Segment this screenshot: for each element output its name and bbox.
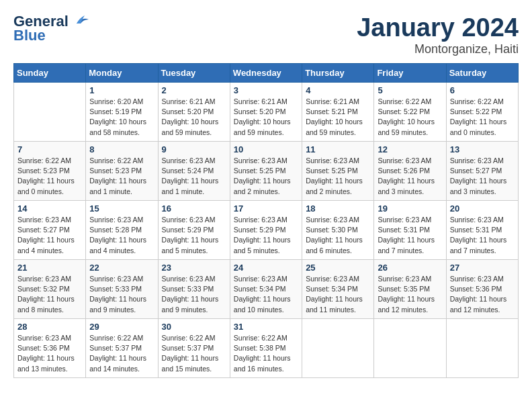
day-cell: 22Sunrise: 6:23 AM Sunset: 5:33 PM Dayli…	[86, 260, 158, 319]
day-number: 28	[17, 322, 82, 332]
logo: General Blue	[13, 13, 89, 44]
day-info: Sunrise: 6:23 AM Sunset: 5:24 PM Dayligh…	[162, 156, 226, 197]
day-cell: 30Sunrise: 6:22 AM Sunset: 5:37 PM Dayli…	[158, 319, 230, 378]
day-cell: 2Sunrise: 6:21 AM Sunset: 5:20 PM Daylig…	[158, 83, 230, 142]
day-info: Sunrise: 6:23 AM Sunset: 5:33 PM Dayligh…	[89, 274, 154, 315]
day-number: 7	[17, 144, 82, 154]
day-cell: 28Sunrise: 6:23 AM Sunset: 5:36 PM Dayli…	[14, 319, 86, 378]
day-info: Sunrise: 6:23 AM Sunset: 5:34 PM Dayligh…	[306, 274, 370, 315]
day-number: 26	[378, 263, 442, 273]
day-info: Sunrise: 6:23 AM Sunset: 5:28 PM Dayligh…	[89, 215, 154, 256]
week-row-4: 21Sunrise: 6:23 AM Sunset: 5:32 PM Dayli…	[14, 260, 519, 319]
day-cell: 7Sunrise: 6:22 AM Sunset: 5:23 PM Daylig…	[14, 142, 86, 201]
week-row-1: 1Sunrise: 6:20 AM Sunset: 5:19 PM Daylig…	[14, 83, 519, 142]
day-info: Sunrise: 6:22 AM Sunset: 5:23 PM Dayligh…	[89, 156, 154, 197]
day-info: Sunrise: 6:23 AM Sunset: 5:30 PM Dayligh…	[306, 215, 370, 256]
day-info: Sunrise: 6:23 AM Sunset: 5:36 PM Dayligh…	[450, 274, 515, 315]
location-title: Montorganize, Haiti	[357, 42, 519, 56]
day-info: Sunrise: 6:21 AM Sunset: 5:20 PM Dayligh…	[162, 97, 226, 138]
day-info: Sunrise: 6:23 AM Sunset: 5:29 PM Dayligh…	[162, 215, 226, 256]
day-info: Sunrise: 6:23 AM Sunset: 5:27 PM Dayligh…	[450, 156, 515, 197]
day-number: 23	[162, 263, 226, 273]
day-cell: 3Sunrise: 6:21 AM Sunset: 5:20 PM Daylig…	[230, 83, 302, 142]
day-info: Sunrise: 6:20 AM Sunset: 5:19 PM Dayligh…	[89, 97, 154, 138]
day-number: 15	[89, 203, 154, 214]
week-row-5: 28Sunrise: 6:23 AM Sunset: 5:36 PM Dayli…	[14, 319, 519, 378]
day-cell: 4Sunrise: 6:21 AM Sunset: 5:21 PM Daylig…	[302, 83, 374, 142]
day-cell: 20Sunrise: 6:23 AM Sunset: 5:31 PM Dayli…	[446, 201, 518, 260]
day-info: Sunrise: 6:23 AM Sunset: 5:26 PM Dayligh…	[378, 156, 442, 197]
month-title: January 2024	[357, 13, 519, 42]
day-number: 5	[378, 85, 442, 95]
day-cell: 8Sunrise: 6:22 AM Sunset: 5:23 PM Daylig…	[86, 142, 158, 201]
day-info: Sunrise: 6:22 AM Sunset: 5:22 PM Dayligh…	[450, 97, 515, 138]
day-number: 12	[378, 144, 442, 154]
day-info: Sunrise: 6:23 AM Sunset: 5:31 PM Dayligh…	[378, 215, 442, 256]
day-number: 11	[306, 144, 370, 154]
calendar-header-row: SundayMondayTuesdayWednesdayThursdayFrid…	[14, 64, 519, 83]
day-cell: 9Sunrise: 6:23 AM Sunset: 5:24 PM Daylig…	[158, 142, 230, 201]
day-info: Sunrise: 6:23 AM Sunset: 5:36 PM Dayligh…	[17, 333, 82, 374]
day-info: Sunrise: 6:23 AM Sunset: 5:32 PM Dayligh…	[17, 274, 82, 315]
day-number: 2	[162, 85, 226, 95]
day-number: 9	[162, 144, 226, 154]
day-cell: 16Sunrise: 6:23 AM Sunset: 5:29 PM Dayli…	[158, 201, 230, 260]
day-info: Sunrise: 6:22 AM Sunset: 5:38 PM Dayligh…	[234, 333, 298, 374]
day-number: 29	[89, 322, 154, 332]
day-cell: 31Sunrise: 6:22 AM Sunset: 5:38 PM Dayli…	[230, 319, 302, 378]
day-number: 25	[306, 263, 370, 273]
day-info: Sunrise: 6:23 AM Sunset: 5:27 PM Dayligh…	[17, 215, 82, 256]
col-header-monday: Monday	[86, 64, 158, 83]
day-cell: 15Sunrise: 6:23 AM Sunset: 5:28 PM Dayli…	[86, 201, 158, 260]
day-cell	[14, 83, 86, 142]
day-info: Sunrise: 6:22 AM Sunset: 5:22 PM Dayligh…	[378, 97, 442, 138]
day-cell: 19Sunrise: 6:23 AM Sunset: 5:31 PM Dayli…	[374, 201, 446, 260]
day-number: 20	[450, 203, 515, 214]
day-number: 14	[17, 203, 82, 214]
day-number: 10	[234, 144, 298, 154]
day-info: Sunrise: 6:22 AM Sunset: 5:23 PM Dayligh…	[17, 156, 82, 197]
calendar-table: SundayMondayTuesdayWednesdayThursdayFrid…	[13, 63, 519, 378]
day-cell: 18Sunrise: 6:23 AM Sunset: 5:30 PM Dayli…	[302, 201, 374, 260]
day-number: 4	[306, 85, 370, 95]
page-header: General Blue January 2024 Montorganize, …	[13, 13, 519, 56]
day-info: Sunrise: 6:21 AM Sunset: 5:21 PM Dayligh…	[306, 97, 370, 138]
day-number: 8	[89, 144, 154, 154]
day-info: Sunrise: 6:23 AM Sunset: 5:29 PM Dayligh…	[234, 215, 298, 256]
day-cell: 26Sunrise: 6:23 AM Sunset: 5:35 PM Dayli…	[374, 260, 446, 319]
day-info: Sunrise: 6:21 AM Sunset: 5:20 PM Dayligh…	[234, 97, 298, 138]
day-number: 30	[162, 322, 226, 332]
day-cell	[374, 319, 446, 378]
day-cell: 24Sunrise: 6:23 AM Sunset: 5:34 PM Dayli…	[230, 260, 302, 319]
day-cell: 6Sunrise: 6:22 AM Sunset: 5:22 PM Daylig…	[446, 83, 518, 142]
col-header-tuesday: Tuesday	[158, 64, 230, 83]
day-info: Sunrise: 6:23 AM Sunset: 5:31 PM Dayligh…	[450, 215, 515, 256]
logo-blue-text: Blue	[13, 27, 46, 44]
day-cell: 27Sunrise: 6:23 AM Sunset: 5:36 PM Dayli…	[446, 260, 518, 319]
day-cell: 5Sunrise: 6:22 AM Sunset: 5:22 PM Daylig…	[374, 83, 446, 142]
day-number: 18	[306, 203, 370, 214]
day-info: Sunrise: 6:23 AM Sunset: 5:34 PM Dayligh…	[234, 274, 298, 315]
day-cell: 23Sunrise: 6:23 AM Sunset: 5:33 PM Dayli…	[158, 260, 230, 319]
day-cell: 11Sunrise: 6:23 AM Sunset: 5:25 PM Dayli…	[302, 142, 374, 201]
day-number: 16	[162, 203, 226, 214]
col-header-sunday: Sunday	[14, 64, 86, 83]
day-number: 19	[378, 203, 442, 214]
col-header-thursday: Thursday	[302, 64, 374, 83]
day-info: Sunrise: 6:23 AM Sunset: 5:33 PM Dayligh…	[162, 274, 226, 315]
day-cell: 21Sunrise: 6:23 AM Sunset: 5:32 PM Dayli…	[14, 260, 86, 319]
col-header-wednesday: Wednesday	[230, 64, 302, 83]
day-cell: 14Sunrise: 6:23 AM Sunset: 5:27 PM Dayli…	[14, 201, 86, 260]
day-number: 27	[450, 263, 515, 273]
day-info: Sunrise: 6:22 AM Sunset: 5:37 PM Dayligh…	[162, 333, 226, 374]
day-info: Sunrise: 6:23 AM Sunset: 5:25 PM Dayligh…	[234, 156, 298, 197]
col-header-friday: Friday	[374, 64, 446, 83]
day-number: 24	[234, 263, 298, 273]
week-row-3: 14Sunrise: 6:23 AM Sunset: 5:27 PM Dayli…	[14, 201, 519, 260]
day-number: 21	[17, 263, 82, 273]
day-info: Sunrise: 6:23 AM Sunset: 5:25 PM Dayligh…	[306, 156, 370, 197]
day-number: 6	[450, 85, 515, 95]
day-info: Sunrise: 6:22 AM Sunset: 5:37 PM Dayligh…	[89, 333, 154, 374]
day-cell: 29Sunrise: 6:22 AM Sunset: 5:37 PM Dayli…	[86, 319, 158, 378]
day-cell: 1Sunrise: 6:20 AM Sunset: 5:19 PM Daylig…	[86, 83, 158, 142]
